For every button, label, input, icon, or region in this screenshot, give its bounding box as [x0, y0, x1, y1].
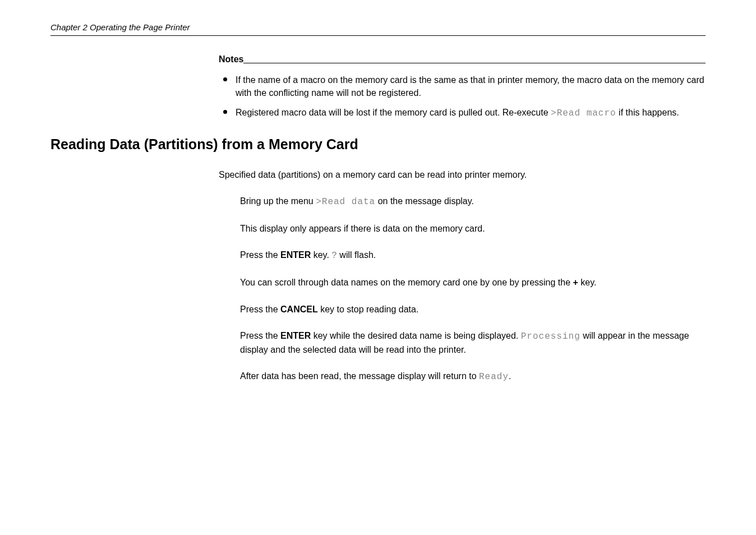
display-code: >Read macro	[551, 108, 616, 118]
step: This display only appears if there is da…	[240, 222, 706, 235]
step-text: Press the	[240, 250, 280, 260]
step-text: key.	[311, 250, 331, 260]
step-text: .	[509, 371, 511, 381]
section-body: Specified data (partitions) on a memory …	[219, 168, 706, 384]
step-text: Press the	[240, 305, 280, 314]
step: Press the CANCEL key to stop reading dat…	[240, 303, 706, 316]
key-label: ENTER	[280, 250, 311, 260]
step-text: After data has been read, the message di…	[240, 371, 479, 381]
step-text: will flash.	[337, 250, 376, 260]
step: Bring up the menu >Read data on the mess…	[240, 195, 706, 209]
note-text: if this happens.	[616, 108, 679, 117]
note-text: If the name of a macro on the memory car…	[236, 75, 704, 98]
chapter-title: Chapter 2 Operating the Page Printer	[50, 22, 190, 32]
note-text: Registered macro data will be lost if th…	[236, 108, 551, 117]
step: You can scroll through data names on the…	[240, 276, 706, 289]
notes-heading-row: Notes	[219, 53, 706, 63]
display-code: Processing	[521, 331, 580, 342]
notes-list: If the name of a macro on the memory car…	[219, 73, 706, 121]
step-text: on the message display.	[375, 196, 474, 206]
display-code: Ready	[479, 372, 509, 382]
display-code: >Read data	[316, 197, 375, 207]
key-label: ENTER	[280, 331, 311, 340]
notes-block: Notes If the name of a macro on the memo…	[219, 53, 706, 121]
step-text: This display only appears if there is da…	[240, 224, 485, 233]
key-label: CANCEL	[280, 305, 318, 314]
notes-item: If the name of a macro on the memory car…	[219, 73, 706, 99]
step-text: key while the desired data name is being…	[311, 331, 520, 340]
notes-item: Registered macro data will be lost if th…	[219, 106, 706, 120]
step-text: You can scroll through data names on the…	[240, 278, 573, 287]
page-container: Chapter 2 Operating the Page Printer Not…	[0, 0, 756, 384]
step-text: Press the	[240, 331, 280, 340]
step: Press the ENTER key. ? will flash.	[240, 248, 706, 262]
step: Press the ENTER key while the desired da…	[240, 329, 706, 356]
step-text: key.	[578, 278, 597, 287]
steps-block: Bring up the menu >Read data on the mess…	[240, 195, 706, 384]
step: After data has been read, the message di…	[240, 370, 706, 384]
key-label: +	[573, 278, 578, 287]
page-header: Chapter 2 Operating the Page Printer	[50, 22, 706, 36]
intro-text: Specified data (partitions) on a memory …	[219, 168, 706, 181]
flash-char: ?	[331, 251, 337, 261]
step-text: key to stop reading data.	[318, 305, 419, 314]
section-heading: Reading Data (Partitions) from a Memory …	[50, 136, 706, 153]
step-text: Bring up the menu	[240, 196, 316, 206]
notes-heading: Notes	[219, 54, 243, 64]
